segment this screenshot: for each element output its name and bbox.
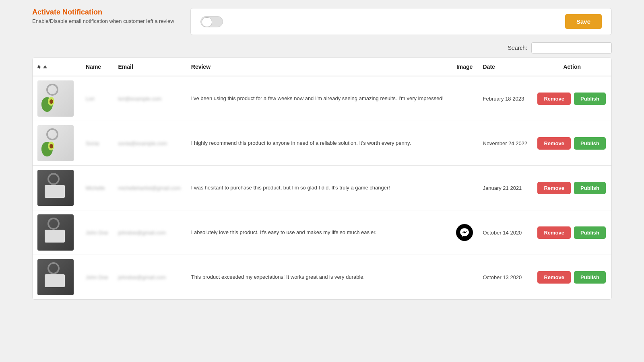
reviewer-name: Michelle bbox=[86, 185, 105, 191]
cell-name: John Doe bbox=[81, 210, 113, 255]
cell-review: I've been using this product for a few w… bbox=[186, 76, 451, 121]
avocado-icon bbox=[41, 142, 53, 156]
cell-name: Michelle bbox=[81, 166, 113, 210]
reviewer-name: John Doe bbox=[86, 230, 108, 236]
notification-label: Activate Notification Enable/Disable ema… bbox=[32, 8, 174, 24]
reviewer-name: John Doe bbox=[86, 274, 108, 280]
cell-actions: Remove Publish bbox=[533, 166, 611, 210]
remove-button[interactable]: Remove bbox=[537, 137, 571, 150]
cell-actions: Remove Publish bbox=[533, 121, 611, 166]
remove-button[interactable]: Remove bbox=[537, 93, 571, 105]
cell-image-icon bbox=[451, 255, 478, 300]
col-image: Image bbox=[451, 58, 478, 76]
card-icon bbox=[45, 274, 65, 287]
keyring-dark-icon bbox=[47, 173, 60, 185]
review-date: February 18 2023 bbox=[483, 96, 524, 102]
notification-toggle[interactable] bbox=[200, 16, 223, 27]
reviewer-name: Sonia bbox=[86, 140, 99, 146]
review-date: October 14 2020 bbox=[483, 230, 522, 236]
action-buttons: Remove Publish bbox=[537, 182, 607, 194]
publish-button[interactable]: Publish bbox=[574, 182, 606, 194]
keyring-dark-icon bbox=[47, 262, 60, 274]
remove-button[interactable]: Remove bbox=[537, 226, 571, 239]
product-image bbox=[37, 214, 74, 251]
keyring-icon bbox=[46, 128, 58, 140]
publish-button[interactable]: Publish bbox=[574, 137, 606, 150]
review-date: October 13 2020 bbox=[483, 274, 522, 280]
reviewer-email: lori@example.com bbox=[118, 96, 161, 102]
col-date: Date bbox=[478, 58, 533, 76]
cell-date: October 13 2020 bbox=[478, 255, 533, 300]
reviewer-email: michellehartist@gmail.com bbox=[118, 185, 181, 191]
action-buttons: Remove Publish bbox=[537, 137, 607, 150]
cell-review: I highly recommend this product to anyon… bbox=[186, 121, 451, 166]
table-row: Lori lori@example.com I've been using th… bbox=[33, 76, 611, 121]
cell-image-icon bbox=[451, 121, 478, 166]
review-text: I was hesitant to purchase this product,… bbox=[191, 185, 390, 191]
col-number: # bbox=[33, 58, 81, 76]
table-row: John Doe johndoe@gmail.com I absolutely … bbox=[33, 210, 611, 255]
search-label: Search: bbox=[508, 45, 527, 51]
review-date: January 21 2021 bbox=[483, 185, 522, 191]
cell-image bbox=[33, 255, 81, 300]
review-text: This product exceeded my expectations! I… bbox=[191, 274, 365, 280]
cell-image-icon bbox=[451, 166, 478, 210]
cell-image bbox=[33, 76, 81, 121]
table-row: Michelle michellehartist@gmail.com I was… bbox=[33, 166, 611, 210]
reviewer-name: Lori bbox=[86, 96, 95, 102]
cell-image-icon bbox=[451, 210, 478, 255]
cell-name: John Doe bbox=[81, 255, 113, 300]
search-bar: Search: bbox=[32, 42, 612, 53]
save-button[interactable]: Save bbox=[565, 14, 602, 29]
cell-name: Sonia bbox=[81, 121, 113, 166]
remove-button[interactable]: Remove bbox=[537, 182, 571, 194]
reviews-table: # Name Email Review Image Date Action bbox=[33, 58, 611, 299]
cell-review: I was hesitant to purchase this product,… bbox=[186, 166, 451, 210]
cell-actions: Remove Publish bbox=[533, 210, 611, 255]
product-image bbox=[37, 170, 74, 206]
cell-email: johndoe@gmail.com bbox=[113, 255, 186, 300]
cell-image-icon bbox=[451, 76, 478, 121]
cell-actions: Remove Publish bbox=[533, 76, 611, 121]
col-email: Email bbox=[113, 58, 186, 76]
table-row: John Doe johndoe@gmail.com This product … bbox=[33, 255, 611, 300]
card-icon bbox=[45, 230, 65, 243]
product-image bbox=[37, 125, 74, 161]
action-buttons: Remove Publish bbox=[537, 226, 607, 239]
cell-review: I absolutely love this product. It's eas… bbox=[186, 210, 451, 255]
avocado-icon bbox=[41, 97, 53, 112]
card-icon bbox=[45, 185, 65, 198]
cell-image bbox=[33, 121, 81, 166]
product-image bbox=[37, 259, 74, 295]
notification-title: Activate Notification bbox=[32, 8, 174, 16]
action-buttons: Remove Publish bbox=[537, 93, 607, 105]
review-text: I highly recommend this product to anyon… bbox=[191, 140, 411, 146]
review-text: I absolutely love this product. It's eas… bbox=[191, 229, 377, 235]
cell-name: Lori bbox=[81, 76, 113, 121]
keyring-icon bbox=[46, 84, 58, 96]
remove-button[interactable]: Remove bbox=[537, 271, 571, 284]
cell-email: lori@example.com bbox=[113, 76, 186, 121]
reviewer-email: johndoe@gmail.com bbox=[118, 230, 166, 236]
action-buttons: Remove Publish bbox=[537, 271, 607, 284]
publish-button[interactable]: Publish bbox=[574, 93, 606, 105]
table-header-row: # Name Email Review Image Date Action bbox=[33, 58, 611, 76]
cell-image bbox=[33, 210, 81, 255]
cell-email: sonia@example.com bbox=[113, 121, 186, 166]
keyring-dark-icon bbox=[47, 218, 60, 230]
reviewer-email: sonia@example.com bbox=[118, 140, 167, 146]
cell-date: February 18 2023 bbox=[478, 76, 533, 121]
publish-button[interactable]: Publish bbox=[574, 226, 606, 239]
reviewer-email: johndoe@gmail.com bbox=[118, 274, 166, 280]
notification-bar: Activate Notification Enable/Disable ema… bbox=[32, 8, 612, 35]
notification-controls: Save bbox=[190, 8, 612, 35]
messenger-icon bbox=[456, 224, 473, 241]
cell-email: johndoe@gmail.com bbox=[113, 210, 186, 255]
sort-arrow-icon[interactable] bbox=[43, 65, 47, 68]
publish-button[interactable]: Publish bbox=[574, 271, 606, 284]
cell-date: October 14 2020 bbox=[478, 210, 533, 255]
search-input[interactable] bbox=[531, 42, 612, 53]
cell-date: November 24 2022 bbox=[478, 121, 533, 166]
col-name: Name bbox=[81, 58, 113, 76]
cell-email: michellehartist@gmail.com bbox=[113, 166, 186, 210]
